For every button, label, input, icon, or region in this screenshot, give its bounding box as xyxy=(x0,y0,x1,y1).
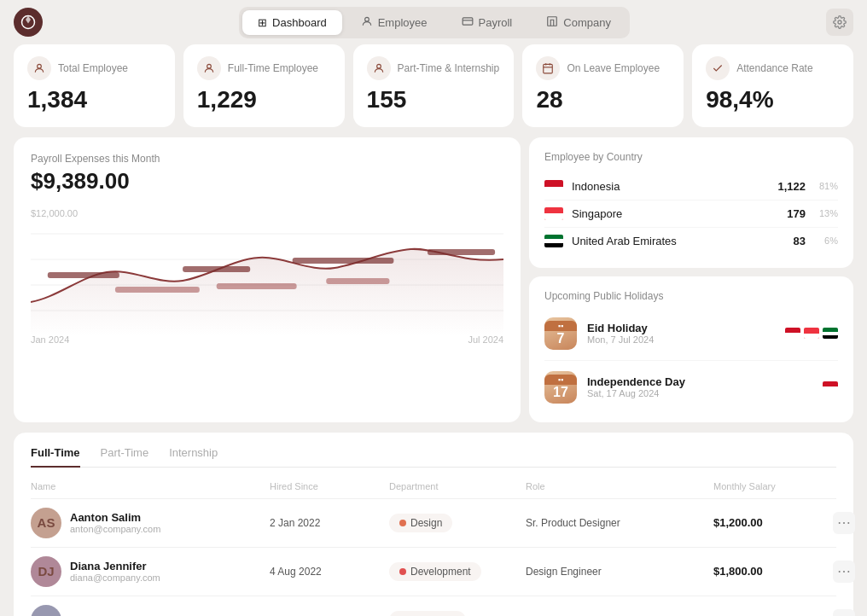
country-card: Employee by Country Indonesia 1,122 81% … xyxy=(529,137,853,268)
eid-flag-id xyxy=(785,328,800,339)
emp-name-0: Aanton Salim xyxy=(70,511,160,524)
svg-rect-22 xyxy=(326,278,389,284)
more-button-1[interactable]: ⋯ xyxy=(833,561,855,583)
emp-email-0: anton@company.com xyxy=(70,524,160,534)
country-pct-uae: 6% xyxy=(814,235,838,246)
table-header: Name Hired Since Department Role Monthly… xyxy=(31,478,836,498)
parttime-icon xyxy=(367,56,391,80)
stat-onleave-employee: On Leave Employee 28 xyxy=(522,44,684,127)
app-logo xyxy=(14,8,43,37)
dept-label-0: Design xyxy=(410,517,442,529)
eid-flag-ae xyxy=(823,328,838,339)
tab-payroll[interactable]: Payroll xyxy=(446,10,528,35)
holiday-independence: ▪▪ 17 Independence Day Sat, 17 Aug 2024 xyxy=(544,360,838,409)
tab-internship[interactable]: Internship xyxy=(169,446,218,468)
svg-rect-21 xyxy=(217,283,297,289)
table-row: DJ Diana Jennifer diana@company.com 4 Au… xyxy=(31,547,836,596)
tab-company[interactable]: Company xyxy=(531,10,626,35)
total-employee-label: Total Employee xyxy=(58,62,128,74)
svg-point-4 xyxy=(838,20,841,24)
avatar-1: DJ xyxy=(31,556,61,587)
more-button-0[interactable]: ⋯ xyxy=(833,512,855,534)
stat-total-employee: Total Employee 1,384 xyxy=(14,44,175,127)
attendance-icon xyxy=(706,56,730,80)
payroll-chart: $12,000.00 xyxy=(31,208,503,345)
avatar-2: DD xyxy=(31,605,61,616)
dept-1: Development xyxy=(389,562,526,581)
svg-rect-17 xyxy=(183,266,250,272)
svg-point-6 xyxy=(207,64,211,68)
tab-dashboard[interactable]: ⊞ Dashboard xyxy=(242,10,342,35)
role-0: Sr. Product Designer xyxy=(526,517,713,529)
eid-name: Eid Holiday xyxy=(587,322,775,334)
company-icon xyxy=(546,15,558,30)
payroll-chart-svg xyxy=(31,225,503,336)
tab-employee[interactable]: Employee xyxy=(346,10,443,35)
more-button-2[interactable]: ⋯ xyxy=(833,609,855,616)
middle-row: Payroll Expenses this Month $9,389.00 $1… xyxy=(14,137,853,422)
flag-uae xyxy=(544,235,563,247)
th-role: Role xyxy=(526,481,713,491)
country-pct-indonesia: 81% xyxy=(814,181,838,191)
tab-fulltime[interactable]: Full-Time xyxy=(31,446,80,468)
salary-0: $1,200.00 xyxy=(713,516,833,529)
country-row-uae: United Arab Emirates 83 6% xyxy=(544,228,838,254)
hired-date-0: 2 Jan 2022 xyxy=(270,517,389,529)
attendance-value: 98,4% xyxy=(706,87,840,113)
svg-rect-19 xyxy=(428,249,495,255)
svg-point-5 xyxy=(38,64,42,68)
holiday-eid: ▪▪ 7 Eid Holiday Mon, 7 Jul 2024 xyxy=(544,312,838,355)
country-name-uae: United Arab Emirates xyxy=(572,235,766,247)
independence-flags xyxy=(823,381,838,392)
nav-tabs: ⊞ Dashboard Employee Payroll Company xyxy=(239,7,630,38)
fulltime-label: Full-Time Employee xyxy=(228,62,318,74)
table-row: AS Aanton Salim anton@company.com 2 Jan … xyxy=(31,498,836,547)
right-column: Employee by Country Indonesia 1,122 81% … xyxy=(529,137,853,422)
hired-date-1: 4 Aug 2022 xyxy=(270,566,389,578)
navigation: ⊞ Dashboard Employee Payroll Company xyxy=(0,0,867,44)
payroll-card: Payroll Expenses this Month $9,389.00 $1… xyxy=(14,137,521,422)
total-employee-value: 1,384 xyxy=(27,87,161,113)
svg-point-1 xyxy=(364,17,369,21)
eid-flags xyxy=(785,328,838,339)
dept-dot-0 xyxy=(399,520,406,526)
employee-icon xyxy=(361,15,373,30)
eid-flag-sg xyxy=(804,328,819,339)
emp-email-1: diana@company.com xyxy=(70,572,160,583)
svg-rect-16 xyxy=(48,272,119,278)
avatar-0: AS xyxy=(31,508,61,538)
tab-parttime[interactable]: Part-Time xyxy=(101,446,149,468)
chart-x-start: Jan 2024 xyxy=(31,334,69,345)
stat-fulltime-employee: Full-Time Employee 1,229 xyxy=(183,44,345,127)
country-name-indonesia: Indonesia xyxy=(572,180,766,193)
fulltime-icon xyxy=(197,56,221,80)
eid-date: Mon, 7 Jul 2024 xyxy=(587,334,775,345)
employee-tabs: Full-Time Part-Time Internship xyxy=(31,446,836,468)
th-dept: Department xyxy=(389,481,526,491)
svg-point-7 xyxy=(376,64,381,68)
svg-rect-3 xyxy=(548,16,557,26)
country-row-singapore: Singapore 179 13% xyxy=(544,200,838,228)
country-count-uae: 83 xyxy=(775,235,806,247)
dept-dot-1 xyxy=(399,568,406,575)
eid-info: Eid Holiday Mon, 7 Jul 2024 xyxy=(587,322,775,345)
th-salary: Monthly Salary xyxy=(713,481,833,491)
country-count-singapore: 179 xyxy=(775,207,806,220)
flag-singapore xyxy=(544,207,563,220)
employee-table-card: Full-Time Part-Time Internship Name Hire… xyxy=(14,433,853,616)
parttime-value: 155 xyxy=(367,87,501,113)
th-actions xyxy=(833,481,867,491)
settings-button[interactable] xyxy=(826,9,853,36)
independence-name: Independence Day xyxy=(587,375,812,388)
onleave-label: On Leave Employee xyxy=(567,62,660,74)
table-row: DD Derreck Deker 11 Jun 2023 Marketing L… xyxy=(31,596,836,616)
stat-parttime-employee: Part-Time & Internship 155 xyxy=(353,44,515,127)
main-content: Total Employee 1,384 Full-Time Employee … xyxy=(0,44,867,616)
dashboard-icon: ⊞ xyxy=(258,16,267,29)
th-name: Name xyxy=(31,481,270,491)
independence-flag-id xyxy=(823,381,838,392)
total-employee-icon xyxy=(27,56,51,80)
country-row-indonesia: Indonesia 1,122 81% xyxy=(544,173,838,200)
dept-label-1: Development xyxy=(410,566,471,578)
country-count-indonesia: 1,122 xyxy=(775,180,806,193)
